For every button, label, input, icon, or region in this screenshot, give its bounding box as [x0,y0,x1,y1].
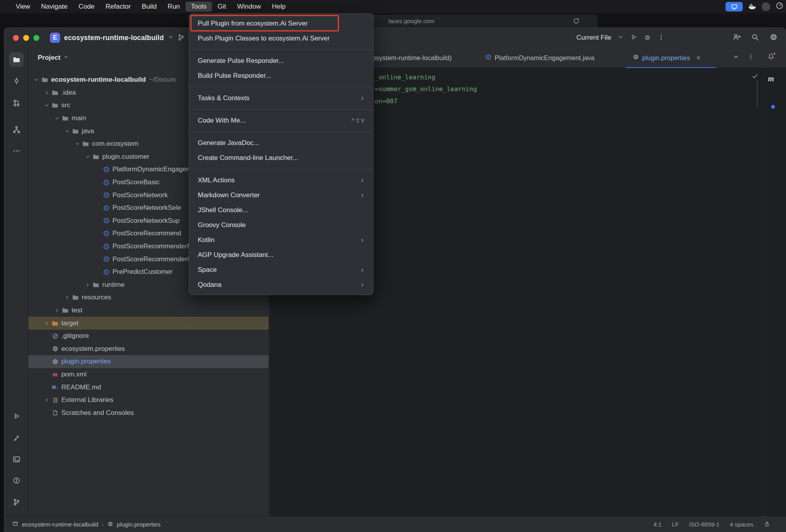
chevron-down-icon[interactable] [33,77,40,83]
structure-tool-button[interactable] [9,122,24,137]
tab-label: plugin.properties [642,54,690,62]
tree-row-target[interactable]: target [28,317,269,330]
scrollbar-thumb[interactable] [757,80,758,107]
tab-ecosystem-runtime-localbuild[interactable]: (ecosystem-runtime-localbuild) [356,48,478,68]
terminal-tool-button[interactable] [9,452,24,466]
code-with-me-icon[interactable] [733,33,741,43]
chevron-down-icon[interactable] [53,116,61,121]
build-tool-button[interactable] [9,431,24,446]
tree-row-external-libraries[interactable]: External Libraries [28,394,269,407]
menubar-gauge-icon[interactable] [775,2,784,12]
chevron-right-icon[interactable] [43,321,51,326]
chevron-right-icon[interactable] [43,90,51,95]
menu-item-kotlin[interactable]: Kotlin [189,233,373,248]
folder-icon [61,115,70,122]
menu-item-generate-pulse-responder[interactable]: Generate Pulse Responder... [189,53,373,68]
menubar-item-refactor[interactable]: Refactor [100,2,136,12]
tree-row-pom-xml[interactable]: mpom.xml [28,368,269,381]
version-control-tool-button[interactable] [9,495,24,509]
menu-item-code-with-me[interactable]: Code With Me...^⇧Y [189,113,373,128]
problems-tool-button[interactable] [9,473,24,488]
menubar-item-navigate[interactable]: Navigate [36,2,73,12]
menu-item-push-plugin-classes-to-ecosystem-ai-server[interactable]: Push Plugin Classes to ecosystem.Ai Serv… [189,31,373,46]
tab-options-kebab-icon[interactable] [747,53,754,62]
vcs-branch-icon[interactable] [177,34,185,43]
commit-tool-button[interactable] [9,73,24,88]
settings-gear-icon[interactable] [769,33,778,43]
docker-whale-icon[interactable] [748,2,757,12]
tree-item-label: test [72,306,82,314]
project-panel-header[interactable]: Project [28,48,69,68]
minimize-button[interactable] [23,35,29,41]
chevron-down-icon[interactable] [74,141,81,147]
menubar-app-circle-icon[interactable] [762,2,770,11]
readonly-lock-icon[interactable] [758,521,775,528]
menu-item-tasks-contexts[interactable]: Tasks & Contexts [189,91,373,106]
menu-item-groovy-console[interactable]: Groovy Console [189,218,373,233]
screen-mirroring-icon[interactable] [725,2,743,11]
menubar-item-view[interactable]: View [10,2,36,12]
breadcrumb-project[interactable]: ecosystem-runtime-localbuild [22,521,98,528]
notifications-bell-icon[interactable] [767,53,775,62]
tree-row-gitignore[interactable]: .gitignore [28,330,269,343]
run-button[interactable] [630,33,637,42]
search-icon[interactable] [751,33,759,43]
indent-style[interactable]: 4 spaces [725,521,758,528]
tree-row-ecosystem-properties[interactable]: ecosystem.properties [28,342,269,355]
more-tool-windows-button[interactable] [9,143,24,158]
breadcrumb-file[interactable]: plugin.properties [117,521,160,528]
close-button[interactable] [13,35,19,41]
menu-item-space[interactable]: Space [189,262,373,277]
menubar-item-git[interactable]: Git [212,2,232,12]
caret-position[interactable]: 4:1 [648,521,667,528]
menu-item-jshell-console[interactable]: JShell Console... [189,203,373,218]
menubar-item-run[interactable]: Run [162,2,185,12]
tab-platformdynamicengagement-java[interactable]: CPlatformDynamicEngagement.java [478,48,626,68]
menu-item-generate-javadoc[interactable]: Generate JavaDoc... [189,136,373,150]
chevron-down-icon[interactable] [63,128,71,134]
project-tool-button[interactable] [9,52,24,67]
submenu-arrow-icon [359,193,365,198]
project-widget[interactable]: E ecosystem-runtime-localbuild [50,28,174,48]
run-config-selector[interactable]: Current File [576,34,611,42]
chevron-right-icon[interactable] [84,282,92,288]
submenu-arrow-icon [359,282,365,288]
tab-close-icon[interactable]: × [696,54,701,61]
tab-list-chevron-icon[interactable] [733,53,739,62]
tree-item-label: Scratches and Consoles [61,409,134,417]
svg-text:C: C [105,168,107,171]
menubar-item-window[interactable]: Window [232,2,266,12]
zoom-button[interactable] [33,35,39,41]
more-actions-icon[interactable] [657,33,665,42]
maven-tool-button[interactable]: m [768,74,774,83]
run-tool-button[interactable] [9,409,24,423]
chevron-right-icon[interactable] [53,308,61,313]
tree-row-scratches-and-consoles[interactable]: Scratches and Consoles [28,406,269,419]
chevron-right-icon[interactable] [43,397,51,403]
menu-item-create-command-line-launcher[interactable]: Create Command-line Launcher... [189,150,373,165]
tree-row-test[interactable]: test [28,304,269,317]
tree-row-readme-md[interactable]: M↓README.md [28,381,269,394]
menubar-item-code[interactable]: Code [73,2,100,12]
menubar-item-tools[interactable]: Tools [186,2,212,12]
chevron-down-icon[interactable] [43,103,51,108]
debug-button[interactable] [644,33,651,42]
menu-item-agp-upgrade-assistant[interactable]: AGP Upgrade Assistant... [189,248,373,262]
menu-item-label: Push Plugin Classes to ecosystem.Ai Serv… [198,35,329,42]
chevron-down-icon[interactable] [618,34,624,42]
menubar-item-help[interactable]: Help [266,2,291,12]
menu-item-build-pulse-responder[interactable]: Build Pulse Responder... [189,68,373,83]
menu-item-qodana[interactable]: Qodana [189,277,373,292]
tab-plugin-properties[interactable]: plugin.properties× [626,48,716,68]
tree-row-plugin-properties[interactable]: plugin.properties [28,355,269,368]
menu-item-label: Qodana [198,281,222,289]
chevron-down-icon[interactable] [84,154,92,160]
reload-icon[interactable] [572,17,580,26]
menu-item-markdown-converter[interactable]: Markdown Converter [189,188,373,203]
menubar-item-build[interactable]: Build [136,2,162,12]
line-ending[interactable]: LF [667,521,684,528]
pull-requests-tool-button[interactable] [9,95,24,110]
chevron-right-icon[interactable] [63,295,71,300]
menu-item-xml-actions[interactable]: XML Actions [189,173,373,188]
file-encoding[interactable]: ISO-8859-1 [684,521,725,528]
